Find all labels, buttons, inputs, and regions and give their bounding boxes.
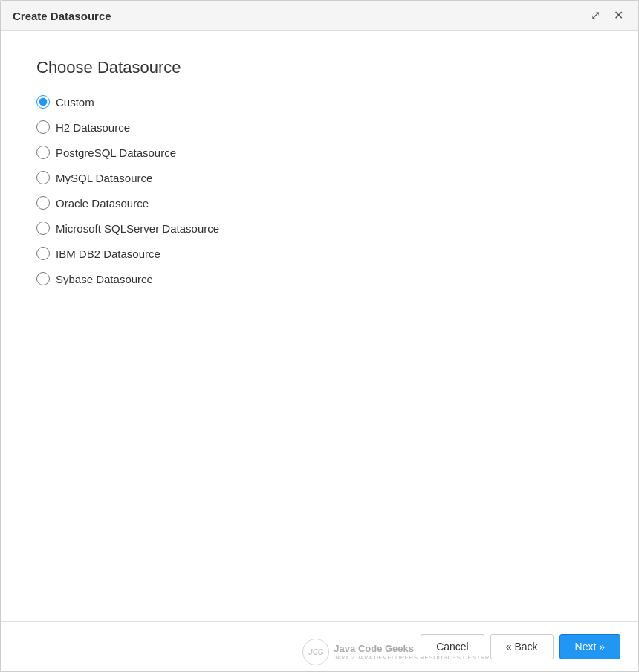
radio-mssql[interactable] [36, 222, 50, 235]
radio-mysql[interactable] [36, 171, 50, 184]
radio-label-custom: Custom [56, 96, 94, 109]
radio-item-mysql[interactable]: MySQL Datasource [36, 171, 603, 184]
radio-item-ibmdb2[interactable]: IBM DB2 Datasource [36, 247, 603, 260]
dialog-footer: JCG Java Code Geeks Java 2 Java Develope… [1, 621, 638, 671]
radio-h2[interactable] [36, 120, 50, 134]
radio-ibmdb2[interactable] [36, 247, 50, 260]
radio-label-sybase: Sybase Datasource [56, 273, 153, 285]
radio-oracle[interactable] [36, 196, 50, 210]
radio-label-mysql: MySQL Datasource [56, 172, 152, 184]
dialog-body: Choose Datasource CustomH2 DatasourcePos… [1, 31, 638, 621]
radio-sybase[interactable] [36, 272, 50, 285]
back-button[interactable]: « Back [490, 634, 554, 659]
radio-label-ibmdb2: IBM DB2 Datasource [56, 248, 160, 260]
close-button[interactable]: ✕ [611, 8, 626, 23]
radio-item-sybase[interactable]: Sybase Datasource [36, 272, 603, 285]
radio-item-postgresql[interactable]: PostgreSQL Datasource [36, 146, 603, 159]
radio-label-oracle: Oracle Datasource [56, 197, 149, 210]
watermark: JCG Java Code Geeks Java 2 Java Develope… [302, 639, 490, 665]
radio-item-mssql[interactable]: Microsoft SQLServer Datasource [36, 222, 603, 235]
next-button[interactable]: Next » [559, 634, 620, 659]
watermark-logo: JCG [302, 639, 329, 665]
radio-item-h2[interactable]: H2 Datasource [36, 120, 603, 134]
section-title: Choose Datasource [36, 58, 603, 77]
expand-button[interactable]: ⤢ [588, 8, 603, 23]
radio-label-postgresql: PostgreSQL Datasource [56, 146, 176, 159]
datasource-radio-group: CustomH2 DatasourcePostgreSQL Datasource… [36, 95, 603, 285]
radio-item-oracle[interactable]: Oracle Datasource [36, 196, 603, 210]
watermark-title: Java Code Geeks [334, 643, 490, 654]
watermark-subtitle: Java 2 Java Developers Resources Center [334, 654, 490, 661]
radio-custom[interactable] [36, 95, 50, 109]
dialog-title: Create Datasource [13, 10, 111, 22]
dialog-header: Create Datasource ⤢ ✕ [1, 1, 638, 31]
radio-postgresql[interactable] [36, 146, 50, 159]
header-icons: ⤢ ✕ [588, 8, 626, 23]
create-datasource-dialog: Create Datasource ⤢ ✕ Choose Datasource … [0, 0, 639, 672]
radio-label-mssql: Microsoft SQLServer Datasource [56, 222, 219, 235]
radio-label-h2: H2 Datasource [56, 121, 130, 134]
radio-item-custom[interactable]: Custom [36, 95, 603, 109]
watermark-text: Java Code Geeks Java 2 Java Developers R… [334, 643, 490, 661]
